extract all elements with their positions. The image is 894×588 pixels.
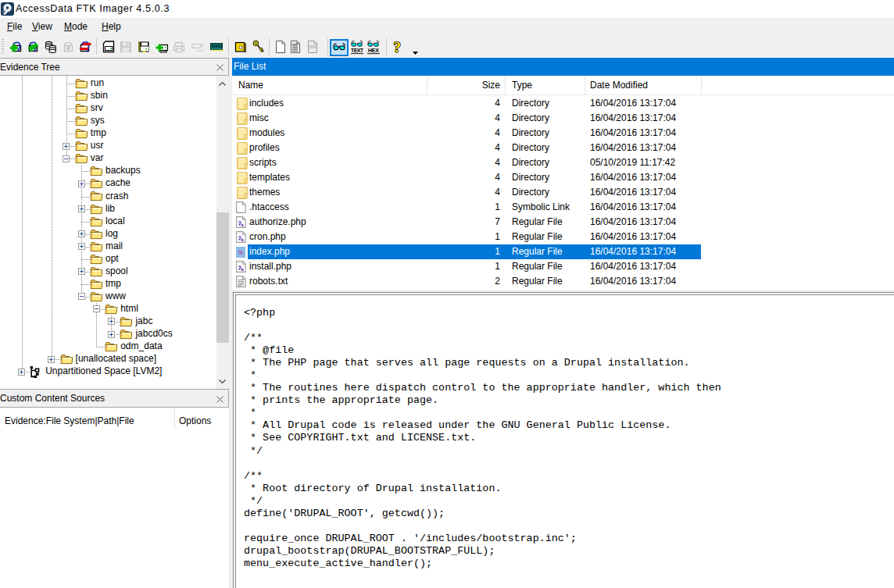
svg-text:TEXT: TEXT — [351, 48, 363, 53]
svg-text:?: ? — [393, 41, 401, 54]
svg-text:HEX: HEX — [368, 48, 379, 53]
svg-text:DIR: DIR — [309, 45, 316, 49]
